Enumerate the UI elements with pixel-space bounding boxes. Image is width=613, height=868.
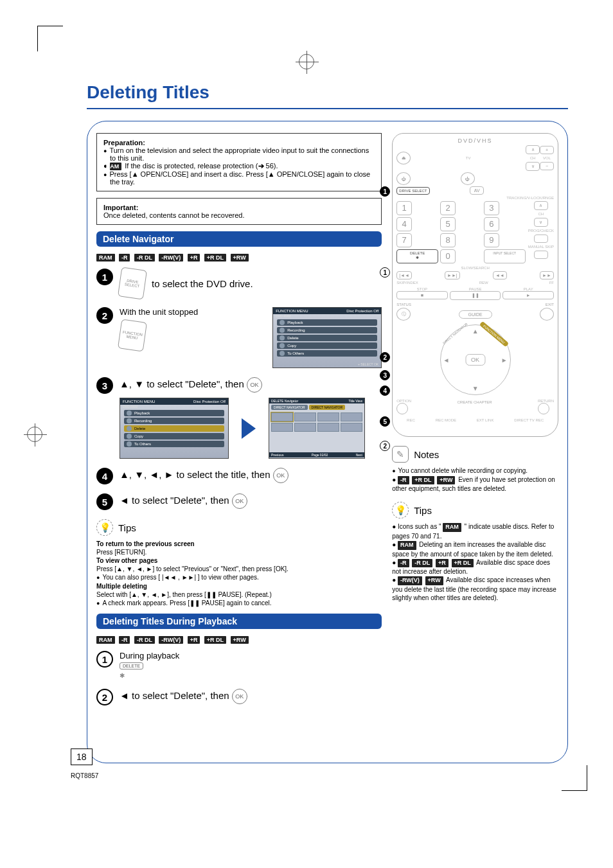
tip-r1a: Icons such as " xyxy=(398,523,441,530)
pause-icon: ❚❚ xyxy=(450,291,501,300)
vol-label: VOL xyxy=(543,156,551,160)
ok-button: OK xyxy=(465,354,485,366)
tips-right-title: Tips xyxy=(414,505,432,516)
badge: RAM xyxy=(96,636,115,644)
step-4-text: ▲, ▼, ◄, ► to select the title, then xyxy=(120,469,270,480)
extlink-label: EXT LINK xyxy=(477,418,494,422)
down-arrow-icon: ▼ xyxy=(472,385,479,392)
menu-media: DVD-RAM xyxy=(273,314,381,318)
disc-badges-2: RAM -R -R DL -RW(V) +R +R DL +RW xyxy=(96,633,382,644)
exit-button xyxy=(540,308,554,321)
menu-item: To Others xyxy=(287,351,304,355)
step-5: 5 ◄ to select "Delete", then OK xyxy=(96,493,382,510)
important-heading: Important: xyxy=(103,204,138,211)
page-number: 18 xyxy=(71,748,93,765)
callout-3: 3 xyxy=(380,370,390,380)
badge: -R DL xyxy=(134,254,155,261)
menu-media: DVD-RAM xyxy=(120,405,228,409)
function-menu-screenshot-1: FUNCTION MENUDisc Protection Off DVD-RAM… xyxy=(272,307,382,368)
menu-header: FUNCTION MENU xyxy=(276,309,308,313)
drive-select-button-icon: DRIVE SELECT xyxy=(118,267,147,299)
ram-badge: RAM xyxy=(110,163,122,170)
playback-step-2: 2 ◄ to select "Delete", then OK xyxy=(96,689,382,705)
callout-4: 4 xyxy=(380,385,390,396)
step-1-text: to select the DVD drive. xyxy=(152,278,253,289)
left-arrow-icon: ◄ xyxy=(443,357,450,364)
menu-header: FUNCTION MENU xyxy=(123,400,155,403)
badge: +R xyxy=(436,559,449,568)
nav-header-right: Title View xyxy=(349,399,362,403)
arrow-right-icon xyxy=(242,418,256,439)
step-4: 4 ▲, ▼, ◄, ► to select the title, then O… xyxy=(96,468,382,484)
av-button: AV xyxy=(470,186,484,195)
progcheck-button xyxy=(534,235,548,243)
prep-line-2b: 56). xyxy=(264,162,278,170)
badge: RAM xyxy=(443,523,461,532)
tips-icon: 💡 xyxy=(96,519,113,536)
ch-label: CH xyxy=(530,156,536,160)
preparation-box: Preparation: Turn on the television and … xyxy=(96,133,382,191)
ch-label-2: CH xyxy=(538,212,544,216)
note-1: You cannot delete while recording or cop… xyxy=(392,467,528,474)
badge: +R DL xyxy=(204,254,226,261)
nav-header: DELETE Navigator xyxy=(271,399,298,403)
skip-prev-icon: |◄◄ xyxy=(396,271,412,279)
callout-circle-2: 2 xyxy=(380,441,390,451)
prep-line-2a: If the disc is protected, release protec… xyxy=(125,162,258,170)
status-label: STATUS xyxy=(396,303,411,306)
up-arrow-icon: ▲ xyxy=(472,328,479,335)
option-label: OPTION xyxy=(396,399,411,403)
badge: RAM xyxy=(96,254,115,261)
menu-item: Recording xyxy=(287,328,305,332)
disc-badges-1: RAM -R -R DL -RW(V) +R +R DL +RW xyxy=(96,251,382,262)
menu-item: Playback xyxy=(287,321,303,324)
tips-right-body: ● Icons such as " RAM " indicate usable … xyxy=(392,522,558,602)
menu-header-right: Disc Protection Off xyxy=(193,400,226,403)
callout-1: 1 xyxy=(380,186,390,197)
prep-line-2: ● RAM If the disc is protected, release … xyxy=(103,162,375,170)
tip-r2: Deleting an item increases the available… xyxy=(392,541,553,558)
nav-tab: DIRECT NAVIGATOR xyxy=(271,405,308,410)
footer-code: RQT8857 xyxy=(71,772,98,779)
nav-tab: DIRECT NAVIGATOR xyxy=(309,405,346,410)
tips-h2: To view other pages xyxy=(96,557,157,564)
ch-up-2: ∧ xyxy=(534,201,548,210)
badge: RAM xyxy=(398,541,416,550)
stop-icon: ■ xyxy=(396,291,448,299)
preparation-heading: Preparation: xyxy=(103,139,375,146)
remote-diagram: 1 1 2 3 4 5 2 DVD/VHS ⏏ TV xyxy=(392,133,558,437)
badge: -R xyxy=(119,636,130,644)
badge: +RW xyxy=(437,476,455,485)
step-5-text: ◄ to select "Delete", then xyxy=(120,495,229,506)
menu-item: Copy xyxy=(134,434,143,438)
notes-icon: ✎ xyxy=(392,446,409,463)
menu-item: Playback xyxy=(134,411,150,415)
delete-remote-button: DELETE✱ xyxy=(396,249,438,263)
ff-icon: ►► xyxy=(540,271,554,279)
rew-label: REW xyxy=(479,281,488,285)
registration-mark-top xyxy=(299,54,314,69)
num-0: 0 xyxy=(440,249,456,263)
num-5: 5 xyxy=(440,217,456,231)
function-menu-screenshot-2: FUNCTION MENUDisc Protection Off DVD-RAM… xyxy=(120,398,229,459)
step-3: 3 ▲, ▼ to select "Delete", then OK FUNCT… xyxy=(96,377,382,459)
tips-icon: 💡 xyxy=(392,502,409,518)
ok-icon: OK xyxy=(232,689,247,704)
callout-5: 5 xyxy=(380,416,390,427)
ch-down-2: ∨ xyxy=(534,218,548,227)
guide-button: GUIDE xyxy=(459,310,492,319)
tv-label: TV xyxy=(411,156,526,160)
ok-icon: OK xyxy=(273,468,289,483)
badge: +R DL xyxy=(204,636,226,644)
badge: +R xyxy=(188,254,200,261)
ch-down-icon: ∨ xyxy=(526,162,540,171)
eject-icon: ⏏ xyxy=(396,152,411,164)
num-6: 6 xyxy=(484,217,499,231)
create-chapter-label: CREATE CHAPTER xyxy=(457,400,492,414)
important-box: Important: Once deleted, contents cannot… xyxy=(96,198,382,225)
nav-page: Page 02/02 xyxy=(312,453,328,457)
ok-icon: OK xyxy=(247,377,262,393)
drive-select-button: DRIVE SELECT xyxy=(396,187,429,195)
step-number-1: 1 xyxy=(96,269,113,285)
arrow-icon: ➔ xyxy=(258,162,264,170)
